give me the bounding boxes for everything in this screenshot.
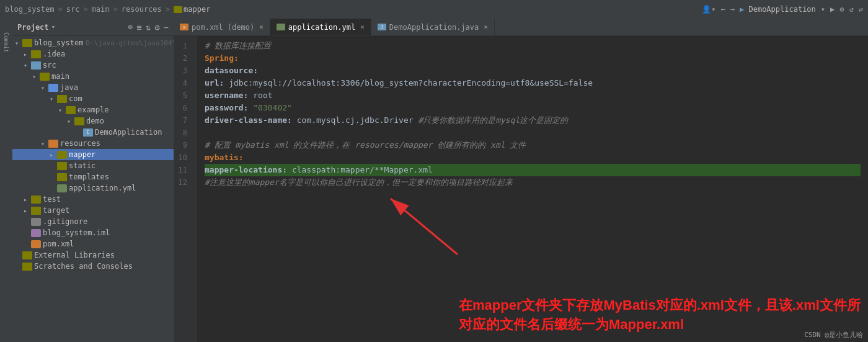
locate-button[interactable]: ⊕ xyxy=(128,22,133,32)
line-num-7: 7 xyxy=(174,114,192,127)
tree-item-blog_system.iml[interactable]: blog_system.iml xyxy=(12,227,174,238)
tree-arrow-java: ▾ xyxy=(41,84,48,91)
left-tabs: Commit xyxy=(0,19,12,342)
tree-label-application.yml: application.yml xyxy=(69,184,136,192)
settings-button[interactable]: ⚙ xyxy=(839,5,844,14)
commit-tab[interactable]: Commit xyxy=(1,24,11,61)
folder-root-icon xyxy=(22,39,32,47)
tab-demo[interactable]: J DemoApplication.java × xyxy=(371,19,495,35)
folder-icon xyxy=(57,151,67,159)
tree-item-static[interactable]: static xyxy=(12,160,174,171)
tree-item-blog_system[interactable]: ▾blog_systemD:\java-gitee\java104\blog_s… xyxy=(12,37,174,48)
code-content: # 数据库连接配置Spring: datasource: url: jdbc:m… xyxy=(197,36,868,342)
tree-item-Scratches[interactable]: Scratches and Consoles xyxy=(12,261,174,272)
breadcrumb-mapper: mapper xyxy=(174,5,210,14)
code-editor[interactable]: 123456789101112 # 数据库连接配置Spring: datasou… xyxy=(174,36,868,342)
tree-item-main[interactable]: ▾main xyxy=(12,71,174,82)
iml-icon xyxy=(31,229,41,237)
run-button[interactable]: ▶ xyxy=(830,5,835,14)
line-num-8: 8 xyxy=(174,127,192,139)
yaml-icon xyxy=(277,24,285,30)
line-numbers: 123456789101112 xyxy=(174,36,197,342)
folder-icon xyxy=(22,251,32,259)
tab-application-label: application.yml xyxy=(288,23,355,32)
tree-item-idea[interactable]: ▸.idea xyxy=(12,48,174,60)
tab-pom-label: pom.xml (demo) xyxy=(192,23,254,32)
tree-item-pom.xml[interactable]: pom.xml xyxy=(12,238,174,250)
breadcrumb-main[interactable]: main xyxy=(92,5,110,14)
tree-item-DemoApplication[interactable]: CDemoApplication xyxy=(12,127,174,138)
sort-button[interactable]: ⇅ xyxy=(146,22,151,32)
tree-arrow-example: ▾ xyxy=(58,107,66,114)
app-name: ▶ DemoApplication xyxy=(740,5,816,14)
folder-icon xyxy=(40,73,50,81)
tree-label-static: static xyxy=(69,161,95,170)
java-icon: J xyxy=(378,24,386,30)
code-line-5: username: root xyxy=(205,89,861,102)
line-num-12: 12 xyxy=(174,176,192,189)
tree-item-resources[interactable]: ▾resources xyxy=(12,138,174,149)
back-button[interactable]: ← xyxy=(721,5,725,14)
tree-item-src[interactable]: ▾src xyxy=(12,60,174,71)
tree-item-demo[interactable]: ▾demo xyxy=(12,115,174,127)
tree-label-blog_system: blog_system xyxy=(34,38,83,47)
code-line-2: Spring: xyxy=(205,52,861,65)
extra-button[interactable]: ⇄ xyxy=(859,5,863,14)
sidebar-header: Project ▾ ⊕ ≡ ⇅ ⚙ − xyxy=(12,19,174,36)
tree-label-External Libraries: External Libraries xyxy=(34,251,115,259)
code-line-4: url: jdbc:mysql://localhost:3306/blog_sy… xyxy=(205,77,861,89)
tab-demo-close[interactable]: × xyxy=(484,23,488,31)
java-class-icon: C xyxy=(83,128,93,137)
tree-label-.gitignore: .gitignore xyxy=(43,217,87,226)
tree-arrow-src: ▾ xyxy=(24,62,31,69)
code-line-9: # 配置 mybatis xml 的文件路径，在 resources/mappe… xyxy=(205,139,861,151)
folder-icon xyxy=(66,106,76,114)
watermark: CSDN @是小鱼儿哈 xyxy=(804,330,863,340)
user-icon[interactable]: 👤▾ xyxy=(702,5,715,14)
breadcrumb-src[interactable]: src xyxy=(66,5,80,14)
tree-item-.gitignore[interactable]: .gitignore xyxy=(12,216,174,227)
tree-item-com[interactable]: ▾com xyxy=(12,93,174,104)
tree-item-templates[interactable]: templates xyxy=(12,171,174,182)
tab-pom-close[interactable]: × xyxy=(259,23,264,31)
tree-item-mapper[interactable]: ▸mapper xyxy=(12,149,174,160)
tree-label-templates: templates xyxy=(69,173,109,181)
breadcrumb-blog_system[interactable]: blog_system xyxy=(5,5,54,14)
tab-bar: x pom.xml (demo) × application.yml × J D… xyxy=(174,19,868,36)
code-line-3: datasource: xyxy=(205,65,861,77)
line-num-9: 9 xyxy=(174,139,192,151)
tree-label-com: com xyxy=(69,94,82,103)
forward-button[interactable]: → xyxy=(730,5,735,14)
tree-item-External Libraries[interactable]: External Libraries xyxy=(12,250,174,261)
title-bar: blog_system > src > main > resources > m… xyxy=(0,0,868,19)
folder-icon xyxy=(31,196,41,204)
tree-item-application.yml[interactable]: application.yml xyxy=(12,182,174,194)
line-num-6: 6 xyxy=(174,102,192,114)
sidebar-dropdown[interactable]: ▾ xyxy=(51,23,56,31)
close-sidebar-button[interactable]: − xyxy=(164,22,169,32)
tab-application-close[interactable]: × xyxy=(360,23,365,31)
sidebar-title: Project xyxy=(17,23,49,32)
tree-item-example[interactable]: ▾example xyxy=(12,104,174,115)
tree-item-java[interactable]: ▾java xyxy=(12,82,174,93)
collapse-button[interactable]: ≡ xyxy=(136,22,141,32)
tab-application[interactable]: application.yml × xyxy=(270,19,371,35)
main-layout: Commit Project ▾ ⊕ ≡ ⇅ ⚙ − ▾blog_systemD… xyxy=(0,19,868,342)
update-button[interactable]: ↺ xyxy=(849,5,854,14)
tree-arrow-target: ▸ xyxy=(24,207,31,214)
code-line-6: password: "030402" xyxy=(205,102,861,114)
tree-item-test[interactable]: ▸test xyxy=(12,194,174,205)
folder-blue-icon xyxy=(48,84,58,92)
settings-tree-button[interactable]: ⚙ xyxy=(154,22,159,32)
tree-arrow-main: ▾ xyxy=(32,73,40,80)
tree-label-Scratches: Scratches and Consoles xyxy=(34,262,133,271)
breadcrumb-resources[interactable]: resources xyxy=(122,5,162,14)
line-num-5: 5 xyxy=(174,89,192,102)
folder-icon xyxy=(22,263,32,271)
tree-label-java: java xyxy=(60,83,78,92)
tree-item-target[interactable]: ▸target xyxy=(12,205,174,216)
tab-pom[interactable]: x pom.xml (demo) × xyxy=(174,19,270,35)
app-icon: ▶ xyxy=(740,5,744,14)
dropdown-arrow[interactable]: ▾ xyxy=(821,5,825,14)
tree-label-src: src xyxy=(43,61,56,70)
